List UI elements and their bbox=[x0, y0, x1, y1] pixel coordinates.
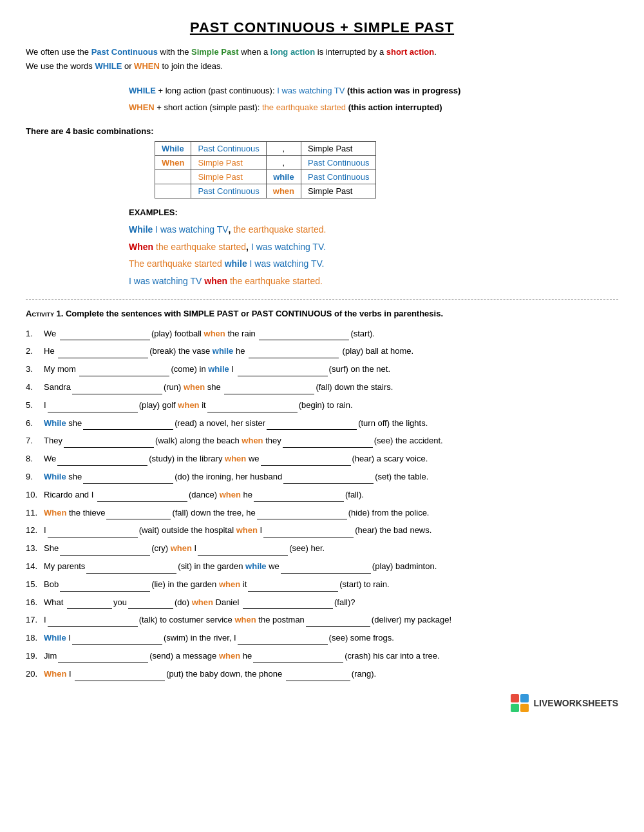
blank-input[interactable] bbox=[249, 349, 339, 358]
list-item: 14. My parents(sit) in the garden while … bbox=[26, 560, 618, 574]
intro-sp: Simple Past bbox=[191, 47, 239, 57]
combinations-table: While Past Continuous , Simple Past When… bbox=[155, 141, 376, 198]
blank-input[interactable] bbox=[198, 547, 288, 556]
blank-input[interactable] bbox=[48, 528, 138, 537]
footer: LIVEWORKSHEETS bbox=[26, 694, 618, 712]
combinations-table-wrapper: While Past Continuous , Simple Past When… bbox=[155, 141, 618, 198]
while-when-block: WHILE + long action (past continuous): I… bbox=[129, 82, 618, 116]
list-item: 11. When the thieve(fall) down the tree,… bbox=[26, 507, 618, 520]
when-line: WHEN + short action (simple past): the e… bbox=[129, 99, 618, 116]
blank-input[interactable] bbox=[306, 618, 370, 627]
example-2: When the earthquake started, I was watch… bbox=[129, 238, 618, 256]
blank-input[interactable] bbox=[60, 547, 150, 556]
examples-label: EXAMPLES: bbox=[129, 208, 618, 217]
table-cell: , bbox=[266, 156, 301, 170]
blank-input[interactable] bbox=[83, 421, 173, 430]
table-cell: While bbox=[155, 142, 191, 156]
blank-input[interactable] bbox=[238, 367, 328, 376]
blank-input[interactable] bbox=[57, 457, 147, 466]
table-cell: Past Continuous bbox=[301, 156, 376, 170]
table-row: Simple Past while Past Continuous bbox=[155, 170, 376, 184]
blank-input[interactable] bbox=[60, 331, 150, 340]
intro-la: long action bbox=[270, 47, 315, 57]
blank-input[interactable] bbox=[243, 600, 333, 609]
blank-input[interactable] bbox=[67, 600, 112, 609]
blank-input[interactable] bbox=[72, 385, 162, 394]
example-1: While I was watching TV, the earthquake … bbox=[129, 221, 618, 238]
table-cell: Simple Past bbox=[191, 170, 266, 184]
list-item: 4. Sandra(run) when she (fall) down the … bbox=[26, 381, 618, 394]
blank-input[interactable] bbox=[72, 636, 162, 645]
blank-input[interactable] bbox=[283, 475, 374, 484]
blank-input[interactable] bbox=[286, 672, 350, 681]
section-divider bbox=[26, 299, 618, 300]
list-item: 19. Jim(send) a message when he(crash) h… bbox=[26, 650, 618, 663]
activity-title: Activity 1. Complete the sentences with … bbox=[26, 309, 618, 318]
blank-input[interactable] bbox=[261, 457, 351, 466]
table-cell: Past Continuous bbox=[191, 142, 266, 156]
table-cell bbox=[155, 184, 191, 198]
list-item: 6. While she(read) a novel, her sister(t… bbox=[26, 417, 618, 431]
table-row: When Simple Past , Past Continuous bbox=[155, 156, 376, 170]
blank-input[interactable] bbox=[253, 654, 343, 663]
blank-input[interactable] bbox=[259, 331, 349, 340]
table-cell: while bbox=[266, 170, 301, 184]
list-item: 2. He (break) the vase while he (play) b… bbox=[26, 345, 618, 358]
blank-input[interactable] bbox=[79, 367, 169, 376]
blank-input[interactable] bbox=[86, 565, 176, 574]
table-cell: Simple Past bbox=[191, 156, 266, 170]
blank-input[interactable] bbox=[97, 493, 187, 502]
blank-input[interactable] bbox=[58, 349, 148, 358]
blank-input[interactable] bbox=[257, 510, 347, 519]
intro-paragraph: We often use the Past Continuous with th… bbox=[26, 45, 618, 73]
list-item: 20. When I (put) the baby down, the phon… bbox=[26, 668, 618, 681]
blank-input[interactable] bbox=[58, 654, 148, 663]
intro-pc: Past Continuous bbox=[91, 47, 158, 57]
list-item: 3. My mom (come) in while I (surf) on th… bbox=[26, 363, 618, 376]
list-item: 5. I(play) golf when it(begin) to rain. bbox=[26, 399, 618, 412]
intro-when: WHEN bbox=[134, 61, 160, 71]
blank-input[interactable] bbox=[83, 475, 173, 484]
example-3: The earthquake started while I was watch… bbox=[129, 255, 618, 273]
table-cell: when bbox=[266, 184, 301, 198]
brand-logo: LIVEWORKSHEETS bbox=[511, 694, 618, 712]
examples-block: EXAMPLES: While I was watching TV, the e… bbox=[129, 208, 618, 289]
blank-input[interactable] bbox=[60, 583, 150, 592]
blank-input[interactable] bbox=[254, 493, 344, 502]
blank-input[interactable] bbox=[283, 439, 373, 448]
blank-input[interactable] bbox=[281, 565, 371, 574]
table-row: While Past Continuous , Simple Past bbox=[155, 142, 376, 156]
blank-input[interactable] bbox=[224, 385, 314, 394]
blank-input[interactable] bbox=[75, 672, 165, 681]
list-item: 18. While I(swim) in the river, I(see) s… bbox=[26, 632, 618, 645]
list-item: 10. Ricardo and I (dance) when he(fall). bbox=[26, 489, 618, 502]
list-item: 15. Bob(lie) in the garden when it(start… bbox=[26, 578, 618, 592]
list-item: 17. I(talk) to costumer service when the… bbox=[26, 614, 618, 627]
table-row: Past Continuous when Simple Past bbox=[155, 184, 376, 198]
example-4: I was watching TV when the earthquake st… bbox=[129, 273, 618, 290]
list-item: 7. They(walk) along the beach when they(… bbox=[26, 434, 618, 448]
intro-sa: short action bbox=[386, 47, 434, 57]
exercise-list: 1. We (play) football when the rain (sta… bbox=[26, 327, 618, 681]
table-cell: Simple Past bbox=[301, 142, 376, 156]
blank-input[interactable] bbox=[128, 600, 173, 609]
table-cell: Past Continuous bbox=[301, 170, 376, 184]
blank-input[interactable] bbox=[48, 618, 138, 627]
table-cell: Simple Past bbox=[301, 184, 376, 198]
brand-icon bbox=[511, 694, 529, 712]
table-cell: Past Continuous bbox=[191, 184, 266, 198]
blank-input[interactable] bbox=[263, 528, 354, 537]
table-cell: When bbox=[155, 156, 191, 170]
list-item: 13. She(cry) when I(see) her. bbox=[26, 542, 618, 556]
blank-input[interactable] bbox=[238, 636, 328, 645]
blank-input[interactable] bbox=[64, 439, 154, 448]
blank-input[interactable] bbox=[267, 421, 357, 430]
while-line: WHILE + long action (past continuous): I… bbox=[129, 82, 618, 99]
table-cell bbox=[155, 170, 191, 184]
blank-input[interactable] bbox=[106, 510, 171, 519]
while-label: WHILE bbox=[129, 86, 156, 95]
list-item: 1. We (play) football when the rain (sta… bbox=[26, 327, 618, 341]
blank-input[interactable] bbox=[248, 583, 338, 592]
blank-input[interactable] bbox=[48, 403, 138, 412]
blank-input[interactable] bbox=[207, 403, 298, 412]
